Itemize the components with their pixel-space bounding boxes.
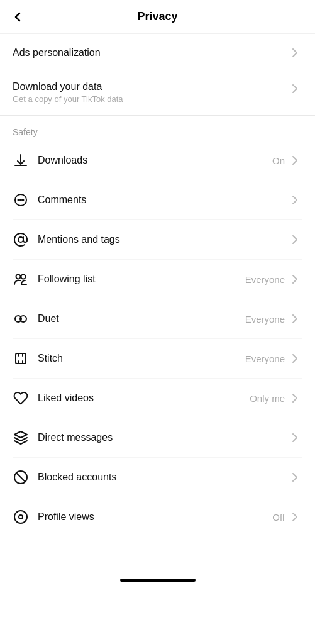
chevron-right-icon [287, 391, 302, 406]
back-button[interactable] [10, 9, 25, 25]
liked-videos-item[interactable]: Liked videos Only me [13, 379, 302, 418]
stitch-label: Stitch [38, 353, 63, 364]
profile-views-label: Profile views [38, 511, 94, 523]
duet-label: Duet [38, 313, 59, 325]
chevron-right-icon [287, 351, 302, 366]
ads-personalization-item[interactable]: Ads personalization [0, 34, 315, 72]
chevron-right-icon [287, 192, 302, 208]
chevron-right-icon [287, 470, 302, 485]
chevron-right-icon [287, 81, 302, 96]
following-list-label: Following list [38, 274, 96, 285]
profile-views-icon [13, 509, 29, 525]
comments-icon [13, 192, 29, 208]
downloads-item[interactable]: Downloads On [13, 141, 302, 180]
downloads-label: Downloads [38, 155, 87, 166]
ads-personalization-label: Ads personalization [13, 47, 101, 58]
chevron-right-icon [287, 153, 302, 168]
profile-views-value: Off [272, 512, 285, 523]
svg-marker-10 [14, 431, 27, 438]
liked-videos-label: Liked videos [38, 392, 94, 404]
svg-line-12 [16, 473, 25, 482]
svg-point-1 [18, 199, 19, 201]
safety-section-label: Safety [0, 116, 315, 141]
svg-point-4 [18, 237, 23, 242]
download-data-item[interactable]: Download your data Get a copy of your Ti… [0, 72, 315, 116]
stitch-value: Everyone [245, 353, 285, 364]
home-indicator [0, 571, 315, 587]
download-title: Download your data [13, 81, 123, 92]
comments-item[interactable]: Comments [13, 180, 302, 220]
svg-point-13 [14, 511, 27, 523]
chevron-right-icon [287, 311, 302, 326]
ads-chevron-container [287, 45, 302, 60]
following-icon [13, 271, 29, 287]
downloads-value: On [272, 155, 285, 166]
download-chevron-container [287, 81, 302, 99]
messages-icon [13, 430, 29, 446]
download-icon [13, 152, 29, 169]
chevron-right-icon [287, 232, 302, 247]
stitch-icon [13, 350, 29, 367]
blocked-icon [13, 469, 29, 486]
header: Privacy [0, 0, 315, 34]
mentions-tags-item[interactable]: Mentions and tags [13, 220, 302, 260]
direct-messages-item[interactable]: Direct messages [13, 418, 302, 458]
liked-videos-value: Only me [250, 393, 285, 404]
svg-point-5 [16, 275, 21, 279]
chevron-right-icon [287, 45, 302, 60]
svg-point-3 [23, 199, 24, 201]
svg-point-14 [19, 515, 23, 519]
following-list-value: Everyone [245, 274, 285, 285]
home-bar [120, 579, 196, 582]
svg-rect-9 [16, 353, 26, 364]
mention-icon [13, 231, 29, 248]
safety-section: Downloads On Comments [0, 141, 315, 536]
duet-icon [13, 311, 29, 327]
blocked-accounts-label: Blocked accounts [38, 472, 116, 483]
direct-messages-label: Direct messages [38, 432, 113, 443]
liked-icon [13, 390, 29, 406]
stitch-item[interactable]: Stitch Everyone [13, 339, 302, 379]
chevron-right-icon [287, 430, 302, 445]
comments-label: Comments [38, 194, 86, 206]
chevron-right-icon [287, 509, 302, 525]
page-title: Privacy [137, 10, 177, 23]
profile-views-item[interactable]: Profile views Off [13, 497, 302, 536]
svg-point-2 [20, 199, 21, 201]
blocked-accounts-item[interactable]: Blocked accounts [13, 458, 302, 497]
chevron-right-icon [287, 272, 302, 287]
download-subtitle: Get a copy of your TikTok data [13, 94, 123, 104]
mentions-label: Mentions and tags [38, 234, 120, 245]
following-list-item[interactable]: Following list Everyone [13, 260, 302, 299]
svg-point-6 [21, 275, 26, 279]
duet-item[interactable]: Duet Everyone [13, 299, 302, 339]
duet-value: Everyone [245, 314, 285, 325]
